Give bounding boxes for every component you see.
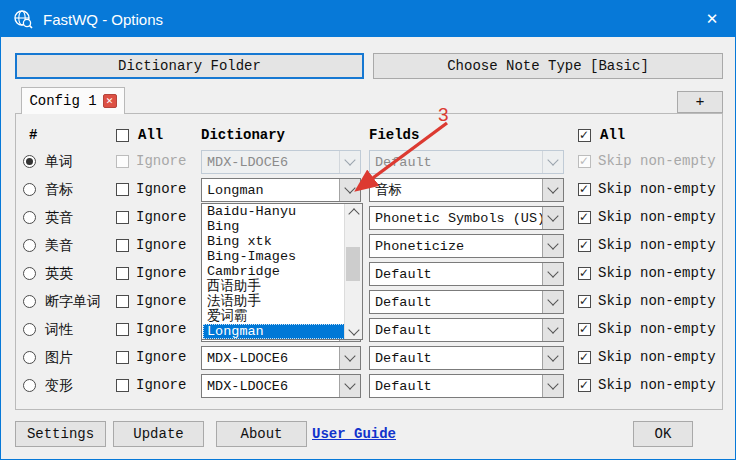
dictionary-combobox[interactable]: MDX-LDOCE6	[201, 346, 361, 370]
ok-button[interactable]: OK	[633, 421, 693, 447]
row-radio[interactable]	[23, 239, 36, 252]
ignore-checkbox[interactable]	[116, 323, 129, 336]
ignore-label: Ignore	[136, 293, 186, 309]
row-radio[interactable]	[23, 267, 36, 280]
ignore-label: Ignore	[136, 349, 186, 365]
combo-dropdown-icon[interactable]	[542, 319, 563, 341]
user-guide-link[interactable]: User Guide	[312, 426, 396, 442]
fastwq-options-window: FastWQ - Options ✕ Dictionary Folder Cho…	[0, 0, 736, 460]
skip-non-empty-checkbox[interactable]	[578, 155, 591, 168]
about-button[interactable]: About	[216, 421, 307, 447]
dictionary-folder-button[interactable]: Dictionary Folder	[15, 53, 364, 79]
combo-dropdown-icon[interactable]	[542, 235, 563, 257]
ignore-checkbox[interactable]	[116, 211, 129, 224]
ignore-label: Ignore	[136, 377, 186, 393]
dropdown-item[interactable]: Bing-Images	[203, 249, 345, 264]
ignore-checkbox[interactable]	[116, 267, 129, 280]
skip-non-empty-checkbox[interactable]	[578, 183, 591, 196]
combo-dropdown-icon[interactable]	[339, 375, 360, 397]
skip-non-empty-checkbox[interactable]	[578, 379, 591, 392]
annotation-arrow-icon	[331, 99, 476, 211]
tab-config-1[interactable]: Config 1 ✕	[21, 87, 125, 114]
tab-label: Config 1	[29, 93, 96, 109]
row-label: 变形	[45, 377, 73, 395]
skip-non-empty-checkbox[interactable]	[578, 323, 591, 336]
combo-dropdown-icon[interactable]	[542, 151, 563, 173]
ignore-checkbox[interactable]	[116, 239, 129, 252]
fields-combobox[interactable]: Default	[369, 290, 564, 314]
ignore-checkbox[interactable]	[116, 351, 129, 364]
skip-non-empty-checkbox[interactable]	[578, 267, 591, 280]
choose-note-type-button[interactable]: Choose Note Type [Basic]	[373, 53, 723, 79]
fields-combobox[interactable]: Default	[369, 374, 564, 398]
skip-non-empty-label: Skip non-empty	[598, 321, 716, 337]
row-radio[interactable]	[23, 155, 36, 168]
ignore-label: Ignore	[136, 209, 186, 225]
dropdown-item[interactable]: Bing	[203, 219, 345, 234]
window-title: FastWQ - Options	[43, 11, 163, 28]
combo-dropdown-icon[interactable]	[542, 263, 563, 285]
ignore-label: Ignore	[136, 237, 186, 253]
col-header-all-right: All	[600, 127, 625, 143]
row-radio[interactable]	[23, 351, 36, 364]
skip-non-empty-checkbox[interactable]	[578, 211, 591, 224]
app-globe-icon	[13, 9, 33, 29]
dropdown-item[interactable]: Cambridge	[203, 264, 345, 279]
scroll-down-icon[interactable]	[345, 324, 362, 339]
fields-combobox[interactable]: Phoneticize	[369, 234, 564, 258]
ignore-label: Ignore	[136, 321, 186, 337]
ignore-checkbox[interactable]	[116, 379, 129, 392]
row-radio[interactable]	[23, 211, 36, 224]
row-radio[interactable]	[23, 295, 36, 308]
combo-dropdown-icon[interactable]	[542, 347, 563, 369]
row-label: 英音	[45, 209, 73, 227]
ignore-label: Ignore	[136, 265, 186, 281]
row-radio[interactable]	[23, 183, 36, 196]
fields-combobox[interactable]: Default	[369, 318, 564, 342]
ignore-checkbox[interactable]	[116, 183, 129, 196]
row-label: 美音	[45, 237, 73, 255]
all-skip-checkbox[interactable]	[578, 129, 591, 142]
title-bar: FastWQ - Options ✕	[1, 1, 735, 37]
settings-button[interactable]: Settings	[15, 421, 106, 447]
row-label: 英英	[45, 265, 73, 283]
ignore-checkbox[interactable]	[116, 155, 129, 168]
skip-non-empty-checkbox[interactable]	[578, 351, 591, 364]
dropdown-item[interactable]: 法语助手	[203, 294, 345, 309]
skip-non-empty-label: Skip non-empty	[598, 181, 716, 197]
update-button[interactable]: Update	[113, 421, 204, 447]
dictionary-combobox[interactable]: MDX-LDOCE6	[201, 374, 361, 398]
dropdown-item[interactable]: Longman	[203, 324, 345, 339]
col-header-all-left: All	[138, 127, 163, 143]
row-radio[interactable]	[23, 379, 36, 392]
skip-non-empty-checkbox[interactable]	[578, 295, 591, 308]
skip-non-empty-checkbox[interactable]	[578, 239, 591, 252]
col-header-dictionary: Dictionary	[201, 127, 285, 143]
combo-dropdown-icon[interactable]	[542, 207, 563, 229]
combo-dropdown-icon[interactable]	[542, 179, 563, 201]
dropdown-item[interactable]: Baidu-Hanyu	[203, 204, 345, 219]
row-label: 断字单词	[45, 293, 101, 311]
skip-non-empty-label: Skip non-empty	[598, 293, 716, 309]
dropdown-item[interactable]: 爱词霸	[203, 309, 345, 324]
ignore-checkbox[interactable]	[116, 295, 129, 308]
scrollbar-thumb[interactable]	[346, 247, 360, 281]
combo-dropdown-icon[interactable]	[339, 347, 360, 369]
row-radio[interactable]	[23, 323, 36, 336]
skip-non-empty-label: Skip non-empty	[598, 153, 716, 169]
dropdown-item[interactable]: Bing xtk	[203, 234, 345, 249]
fields-combobox[interactable]: Default	[369, 262, 564, 286]
fields-combobox[interactable]: Default	[369, 346, 564, 370]
dropdown-scrollbar[interactable]	[344, 204, 362, 339]
skip-non-empty-label: Skip non-empty	[598, 265, 716, 281]
row-label: 音标	[45, 181, 73, 199]
window-close-button[interactable]: ✕	[689, 1, 735, 37]
dropdown-item[interactable]: 西语助手	[203, 279, 345, 294]
skip-non-empty-label: Skip non-empty	[598, 377, 716, 393]
combo-dropdown-icon[interactable]	[542, 375, 563, 397]
ignore-label: Ignore	[136, 181, 186, 197]
add-config-button[interactable]: +	[677, 91, 723, 113]
combo-dropdown-icon[interactable]	[542, 291, 563, 313]
all-ignore-checkbox[interactable]	[116, 129, 129, 142]
tab-close-icon[interactable]: ✕	[103, 94, 117, 108]
